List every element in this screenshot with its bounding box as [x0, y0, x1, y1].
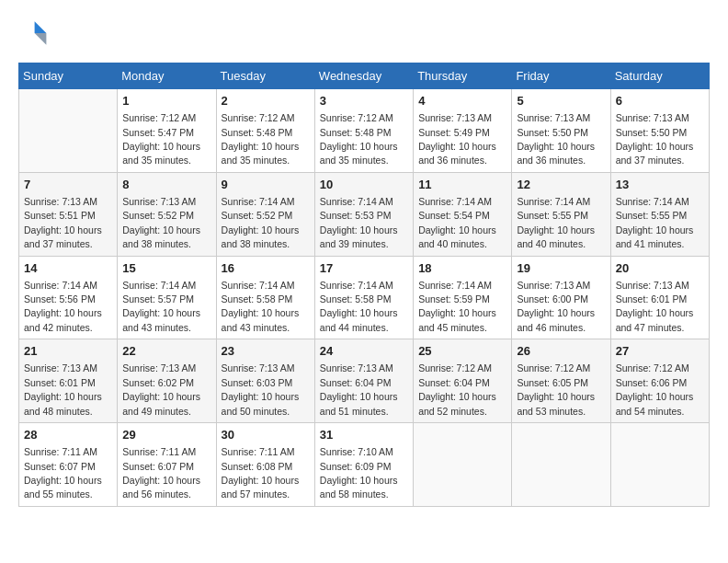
day-info: Sunrise: 7:13 AM Sunset: 5:52 PM Dayligh…	[122, 196, 200, 249]
calendar-table: SundayMondayTuesdayWednesdayThursdayFrid…	[18, 63, 710, 507]
calendar-cell: 1Sunrise: 7:12 AM Sunset: 5:47 PM Daylig…	[118, 89, 216, 173]
calendar-week-2: 7Sunrise: 7:13 AM Sunset: 5:51 PM Daylig…	[19, 172, 710, 256]
day-info: Sunrise: 7:13 AM Sunset: 5:50 PM Dayligh…	[517, 112, 595, 166]
day-info: Sunrise: 7:12 AM Sunset: 6:05 PM Dayligh…	[517, 362, 595, 416]
day-number: 29	[122, 427, 210, 443]
calendar-week-4: 21Sunrise: 7:13 AM Sunset: 6:01 PM Dayli…	[19, 339, 710, 423]
day-number: 16	[222, 260, 310, 277]
day-info: Sunrise: 7:12 AM Sunset: 6:06 PM Dayligh…	[616, 362, 694, 416]
day-info: Sunrise: 7:14 AM Sunset: 5:52 PM Dayligh…	[222, 196, 300, 249]
day-number: 25	[418, 343, 506, 360]
calendar-week-1: 1Sunrise: 7:12 AM Sunset: 5:47 PM Daylig…	[19, 89, 710, 173]
calendar-cell: 24Sunrise: 7:13 AM Sunset: 6:04 PM Dayli…	[314, 339, 413, 423]
calendar-cell: 29Sunrise: 7:11 AM Sunset: 6:07 PM Dayli…	[118, 423, 216, 507]
day-number: 30	[222, 427, 310, 443]
day-number: 3	[320, 93, 408, 109]
calendar-cell: 3Sunrise: 7:12 AM Sunset: 5:48 PM Daylig…	[314, 89, 413, 173]
calendar-cell: 4Sunrise: 7:13 AM Sunset: 5:49 PM Daylig…	[414, 89, 512, 173]
day-number: 19	[517, 260, 605, 277]
day-number: 6	[616, 93, 704, 109]
calendar-cell: 23Sunrise: 7:13 AM Sunset: 6:03 PM Dayli…	[216, 339, 314, 423]
day-info: Sunrise: 7:14 AM Sunset: 5:59 PM Dayligh…	[418, 280, 496, 333]
day-number: 2	[222, 93, 310, 109]
day-info: Sunrise: 7:14 AM Sunset: 5:55 PM Dayligh…	[616, 196, 694, 249]
weekday-header-sunday: Sunday	[19, 63, 118, 89]
day-number: 5	[517, 93, 605, 109]
day-number: 26	[517, 343, 605, 360]
day-info: Sunrise: 7:13 AM Sunset: 6:00 PM Dayligh…	[517, 280, 595, 333]
calendar-cell: 28Sunrise: 7:11 AM Sunset: 6:07 PM Dayli…	[19, 423, 118, 507]
day-number: 23	[222, 343, 310, 360]
day-info: Sunrise: 7:13 AM Sunset: 5:51 PM Dayligh…	[24, 196, 102, 249]
day-number: 22	[122, 343, 210, 360]
calendar-body: 1Sunrise: 7:12 AM Sunset: 5:47 PM Daylig…	[19, 89, 710, 507]
day-info: Sunrise: 7:14 AM Sunset: 5:54 PM Dayligh…	[418, 196, 496, 249]
day-number: 1	[122, 93, 210, 109]
day-number: 24	[320, 343, 408, 360]
day-info: Sunrise: 7:10 AM Sunset: 6:09 PM Dayligh…	[320, 446, 398, 500]
day-number: 17	[320, 260, 408, 277]
calendar-cell: 9Sunrise: 7:14 AM Sunset: 5:52 PM Daylig…	[216, 172, 314, 256]
calendar-cell: 21Sunrise: 7:13 AM Sunset: 6:01 PM Dayli…	[19, 339, 118, 423]
calendar-cell	[414, 423, 512, 507]
day-number: 27	[616, 343, 704, 360]
day-number: 7	[24, 177, 112, 193]
calendar-cell: 26Sunrise: 7:12 AM Sunset: 6:05 PM Dayli…	[512, 339, 610, 423]
calendar-cell: 13Sunrise: 7:14 AM Sunset: 5:55 PM Dayli…	[610, 172, 709, 256]
calendar-cell: 2Sunrise: 7:12 AM Sunset: 5:48 PM Daylig…	[216, 89, 314, 173]
day-number: 15	[122, 260, 210, 277]
calendar-cell: 17Sunrise: 7:14 AM Sunset: 5:58 PM Dayli…	[314, 256, 413, 339]
day-number: 8	[122, 177, 210, 193]
calendar-cell: 11Sunrise: 7:14 AM Sunset: 5:54 PM Dayli…	[414, 172, 512, 256]
day-number: 20	[616, 260, 704, 277]
day-info: Sunrise: 7:14 AM Sunset: 5:57 PM Dayligh…	[122, 280, 200, 333]
calendar-cell: 25Sunrise: 7:12 AM Sunset: 6:04 PM Dayli…	[414, 339, 512, 423]
weekday-header-wednesday: Wednesday	[314, 63, 413, 89]
day-info: Sunrise: 7:12 AM Sunset: 6:04 PM Dayligh…	[418, 362, 496, 416]
day-info: Sunrise: 7:13 AM Sunset: 5:50 PM Dayligh…	[616, 112, 694, 166]
calendar-week-5: 28Sunrise: 7:11 AM Sunset: 6:07 PM Dayli…	[19, 423, 710, 507]
calendar-week-3: 14Sunrise: 7:14 AM Sunset: 5:56 PM Dayli…	[19, 256, 710, 339]
logo-icon	[18, 18, 48, 48]
day-number: 13	[616, 177, 704, 193]
day-number: 28	[24, 427, 112, 443]
day-info: Sunrise: 7:11 AM Sunset: 6:08 PM Dayligh…	[222, 446, 300, 500]
calendar-cell	[610, 423, 709, 507]
day-info: Sunrise: 7:13 AM Sunset: 6:01 PM Dayligh…	[616, 280, 694, 333]
day-number: 14	[24, 260, 112, 277]
day-info: Sunrise: 7:14 AM Sunset: 5:56 PM Dayligh…	[24, 280, 102, 333]
day-info: Sunrise: 7:13 AM Sunset: 5:49 PM Dayligh…	[418, 112, 496, 166]
day-number: 4	[418, 93, 506, 109]
svg-marker-1	[35, 33, 47, 45]
calendar-cell: 6Sunrise: 7:13 AM Sunset: 5:50 PM Daylig…	[610, 89, 709, 173]
weekday-header-thursday: Thursday	[414, 63, 512, 89]
calendar-header: SundayMondayTuesdayWednesdayThursdayFrid…	[19, 63, 710, 89]
weekday-row: SundayMondayTuesdayWednesdayThursdayFrid…	[19, 63, 710, 89]
day-info: Sunrise: 7:13 AM Sunset: 6:03 PM Dayligh…	[222, 362, 300, 416]
day-number: 18	[418, 260, 506, 277]
calendar-cell: 12Sunrise: 7:14 AM Sunset: 5:55 PM Dayli…	[512, 172, 610, 256]
calendar-cell: 30Sunrise: 7:11 AM Sunset: 6:08 PM Dayli…	[216, 423, 314, 507]
day-info: Sunrise: 7:14 AM Sunset: 5:55 PM Dayligh…	[517, 196, 595, 249]
calendar-cell: 20Sunrise: 7:13 AM Sunset: 6:01 PM Dayli…	[610, 256, 709, 339]
day-number: 31	[320, 427, 408, 443]
calendar-cell: 22Sunrise: 7:13 AM Sunset: 6:02 PM Dayli…	[118, 339, 216, 423]
calendar-cell: 8Sunrise: 7:13 AM Sunset: 5:52 PM Daylig…	[118, 172, 216, 256]
calendar-cell: 15Sunrise: 7:14 AM Sunset: 5:57 PM Dayli…	[118, 256, 216, 339]
calendar-cell: 14Sunrise: 7:14 AM Sunset: 5:56 PM Dayli…	[19, 256, 118, 339]
calendar-cell	[19, 89, 118, 173]
page-header	[18, 18, 710, 48]
day-info: Sunrise: 7:12 AM Sunset: 5:48 PM Dayligh…	[320, 112, 398, 166]
calendar-cell: 7Sunrise: 7:13 AM Sunset: 5:51 PM Daylig…	[19, 172, 118, 256]
svg-marker-0	[35, 21, 47, 33]
day-number: 21	[24, 343, 112, 360]
calendar-cell: 27Sunrise: 7:12 AM Sunset: 6:06 PM Dayli…	[610, 339, 709, 423]
calendar-cell: 5Sunrise: 7:13 AM Sunset: 5:50 PM Daylig…	[512, 89, 610, 173]
day-info: Sunrise: 7:13 AM Sunset: 6:04 PM Dayligh…	[320, 362, 398, 416]
calendar-cell: 18Sunrise: 7:14 AM Sunset: 5:59 PM Dayli…	[414, 256, 512, 339]
logo	[18, 18, 51, 48]
weekday-header-monday: Monday	[118, 63, 216, 89]
day-number: 10	[320, 177, 408, 193]
day-info: Sunrise: 7:12 AM Sunset: 5:47 PM Dayligh…	[122, 112, 200, 166]
calendar-cell: 31Sunrise: 7:10 AM Sunset: 6:09 PM Dayli…	[314, 423, 413, 507]
